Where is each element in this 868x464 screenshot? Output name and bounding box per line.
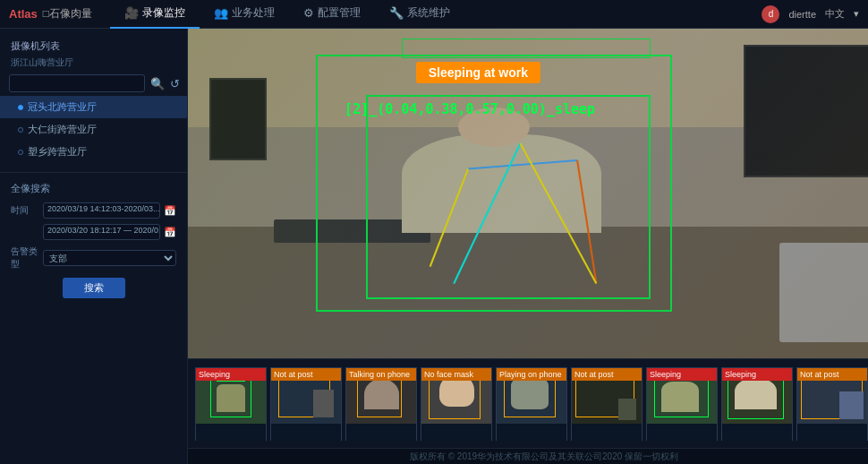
sidebar-item-daren[interactable]: 大仁街跨营业厅 (0, 118, 187, 141)
thumb-label-0: Sleeping (196, 368, 266, 381)
video-area: Sleeping at work [2]_(0.04,0.38,0.57,0.0… (188, 29, 868, 358)
param-row-date1: 时间 2020/03/19 14:12:03-2020/03... 📅 (11, 202, 176, 219)
type-label: 告警类型 (11, 245, 39, 271)
thumb-label-1: Not at post (271, 368, 341, 381)
type-select[interactable]: 支部 (43, 250, 176, 266)
detection-text: [2]_(0.04,0.38,0.57,0.00)_sleep (345, 101, 595, 117)
thumb-talking-phone[interactable]: Talking on phone (345, 367, 417, 441)
user-avatar[interactable]: d (762, 5, 779, 23)
nav-tab-maintain-label: 系统维护 (407, 5, 450, 21)
sidebar-search-input[interactable] (9, 74, 145, 92)
thumb-label-4: Playing on phone (497, 368, 566, 382)
thumb-not-at-post-1[interactable]: Not at post (270, 367, 342, 441)
search-button[interactable]: 搜索 (63, 278, 125, 298)
thumb-info-3 (421, 424, 491, 442)
params-title: 全像搜索 (11, 182, 176, 195)
params-panel: 全像搜索 时间 2020/03/19 14:12:03-2020/03... 📅… (0, 172, 187, 307)
thumb-sleeping-1[interactable]: Sleeping (195, 367, 267, 441)
tree-bullet-2 (18, 127, 23, 133)
sidebar-sub-label: 浙江山嗨营业厅 (0, 55, 187, 71)
logo: Atlas □石像肉量 (9, 6, 92, 21)
thumb-not-at-post-2[interactable]: Not at post (571, 367, 642, 441)
nav-tabs: 🎥 录像监控 👥 业务处理 ⚙ 配置管理 🔧 系统维护 (110, 0, 762, 29)
thumb-info-6 (647, 424, 717, 442)
nav-tab-business[interactable]: 👥 业务处理 (200, 0, 289, 29)
thumb-sleeping-2[interactable]: Sleeping (646, 367, 718, 441)
sidebar-item-suxiang[interactable]: 塑乡跨营业厅 (0, 141, 187, 163)
tree-bullet-1 (18, 105, 23, 110)
logo-brand: □石像肉量 (43, 6, 92, 21)
thumb-label-5: Not at post (572, 368, 642, 381)
search-icon[interactable]: 🔍 (150, 77, 165, 90)
bg-desk (188, 227, 868, 358)
lang-selector[interactable]: 中文 (825, 7, 845, 21)
thumb-not-at-post-3[interactable]: Not at post (796, 367, 868, 441)
nav-tab-monitoring[interactable]: 🎥 录像监控 (110, 0, 200, 29)
thumb-label-7: Sleeping (722, 368, 792, 381)
thumb-label-3: No face mask (421, 368, 491, 381)
content-area: Sleeping at work [2]_(0.04,0.38,0.57,0.0… (188, 29, 868, 464)
monitor-right (744, 45, 868, 176)
calendar-icon-2[interactable]: 📅 (164, 227, 176, 238)
nav-right: d diertte 中文 ▾ (762, 5, 859, 23)
printer (779, 243, 868, 341)
config-icon: ⚙ (303, 6, 314, 20)
main-layout: 摄像机列表 浙江山嗨营业厅 🔍 ↺ 冠头北跨营业厅 大仁街跨营业厅 塑乡跨营业厅… (0, 29, 868, 464)
date-value2[interactable]: 2020/03/20 18:12:17 — 2020/0... (43, 224, 160, 240)
footer-bar: 版权所有 © 2019华为技术有限公司及其关联公司2020 保留一切权利 (188, 448, 868, 464)
param-row-type: 告警类型 支部 (11, 245, 176, 271)
business-icon: 👥 (214, 6, 228, 20)
person-torso (402, 134, 601, 233)
thumb-info-8 (797, 424, 867, 442)
alert-label: Sleeping at work (416, 62, 540, 83)
nav-tab-config[interactable]: ⚙ 配置管理 (289, 0, 375, 29)
date-label: 时间 (11, 204, 39, 217)
thumb-info-4 (497, 424, 566, 442)
user-initial: d (769, 9, 774, 19)
nav-tab-business-label: 业务处理 (232, 5, 275, 21)
thumb-no-face-mask[interactable]: No face mask (421, 367, 492, 441)
logo-atlas: Atlas (9, 7, 38, 21)
thumbnails-bar: Sleeping Not at post (188, 358, 868, 448)
thumb-label-8: Not at post (797, 368, 867, 381)
param-row-date2: 2020/03/20 18:12:17 — 2020/0... 📅 (11, 224, 176, 240)
thumb-playing-phone[interactable]: Playing on phone (496, 367, 567, 441)
tree-bullet-3 (18, 150, 23, 155)
sidebar-item-label-2: 大仁街跨营业厅 (28, 123, 97, 136)
sidebar-item-guantou[interactable]: 冠头北跨营业厅 (0, 96, 187, 118)
thumb-sleeping-3[interactable]: Sleeping (721, 367, 793, 441)
nav-tab-monitoring-label: 录像监控 (142, 5, 185, 21)
monitor-left (209, 78, 267, 160)
nav-tab-maintain[interactable]: 🔧 系统维护 (375, 0, 464, 29)
thumb-label-2: Talking on phone (346, 368, 416, 382)
sidebar-search-row: 🔍 ↺ (0, 71, 187, 96)
nav-tab-config-label: 配置管理 (318, 5, 361, 21)
calendar-icon-1[interactable]: 📅 (164, 205, 176, 217)
refresh-icon[interactable]: ↺ (170, 77, 180, 90)
username: diertte (788, 9, 816, 20)
sidebar-item-label-1: 冠头北跨营业厅 (28, 100, 97, 114)
thumb-info-1 (271, 424, 341, 442)
monitoring-icon: 🎥 (124, 6, 139, 20)
thumb-info-2 (346, 424, 416, 442)
sidebar-item-label-3: 塑乡跨营业厅 (28, 145, 87, 159)
scene-bg: Sleeping at work [2]_(0.04,0.38,0.57,0.0… (188, 29, 868, 358)
sidebar-section-title: 摄像机列表 (0, 36, 187, 55)
lang-arrow-icon: ▾ (854, 8, 859, 20)
thumb-info-5 (572, 424, 642, 442)
thumb-label-6: Sleeping (647, 368, 717, 381)
footer-text: 版权所有 © 2019华为技术有限公司及其关联公司2020 保留一切权利 (410, 451, 678, 463)
thumb-info-0 (196, 424, 266, 442)
date-value1[interactable]: 2020/03/19 14:12:03-2020/03... (43, 202, 160, 219)
maintain-icon: 🔧 (389, 6, 404, 20)
sidebar: 摄像机列表 浙江山嗨营业厅 🔍 ↺ 冠头北跨营业厅 大仁街跨营业厅 塑乡跨营业厅… (0, 29, 188, 464)
top-nav: Atlas □石像肉量 🎥 录像监控 👥 业务处理 ⚙ 配置管理 🔧 系统维护 … (0, 0, 868, 29)
thumb-info-7 (722, 424, 792, 442)
